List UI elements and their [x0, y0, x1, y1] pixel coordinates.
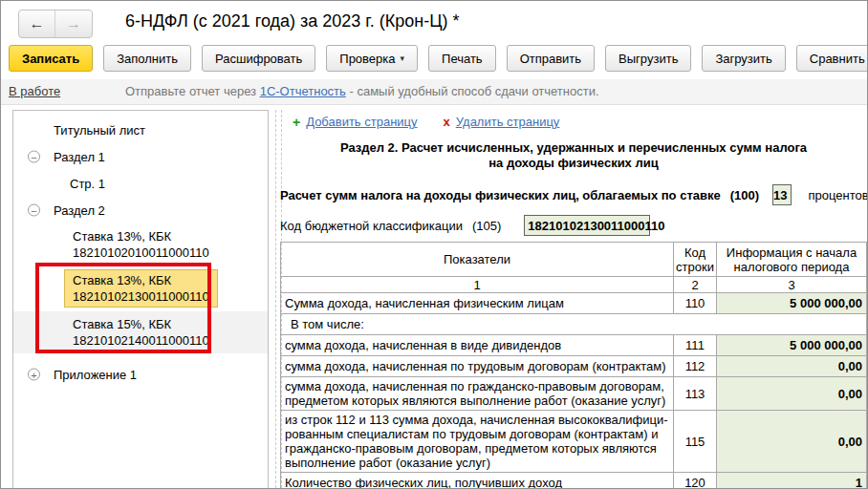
sidebar-item[interactable]: Титульный лист: [13, 117, 268, 143]
report-table: ПоказателиКод строкиИнформация с начала …: [280, 242, 867, 489]
sidebar-item[interactable]: +Приложение 1: [13, 361, 268, 388]
status-bar: В работе Отправьте отчет через 1С-Отчетн…: [1, 79, 867, 105]
forward-arrow-icon: →: [66, 15, 81, 32]
sidebar-item[interactable]: −Раздел 1: [13, 143, 268, 170]
table-column-number-cell: 1: [281, 277, 674, 293]
sidebar-item-label-line: Ставка 13%, КБК: [73, 272, 209, 288]
table-value-cell[interactable]: 0,00: [717, 377, 867, 411]
toolbar-button-сравнить[interactable]: Сравнить: [796, 45, 868, 72]
table-column-number-cell: 3: [717, 277, 867, 293]
sidebar-item[interactable]: Ставка 15%, КБК18210102140011000110: [13, 311, 268, 353]
sidebar-item-label: Ставка 13%, КБК18210102010011000110: [64, 225, 218, 264]
toolbar-button-label: Загрузить: [715, 52, 771, 66]
table-row: Количество физических лиц, получивших до…: [281, 473, 867, 489]
title-bar: ← → 6-НДФЛ (с 2021 года) за 2023 г. (Кро…: [1, 1, 867, 45]
toolbar-button-печать[interactable]: Печать: [428, 45, 496, 72]
toolbar-button-label: Выгрузить: [618, 52, 678, 66]
sidebar-item-label-line: Ставка 15%, КБК: [73, 316, 209, 332]
table-indicator-cell: Количество физических лиц, получивших до…: [281, 473, 674, 489]
toolbar-button-label: Печать: [442, 52, 483, 66]
kbk-row: Код бюджетной классификации (105) 182101…: [280, 215, 867, 236]
table-value-cell[interactable]: 0,00: [717, 356, 867, 377]
sidebar-item[interactable]: Ставка 13%, КБК18210102130011000110: [13, 269, 268, 308]
delete-page-label: Удалить страницу: [456, 115, 560, 129]
table-indicator-cell: Сумма дохода, начисленная физическим лиц…: [281, 293, 674, 314]
toolbar: Записать ЗаполнитьРасшифроватьПроверка▾П…: [9, 45, 868, 77]
kbk-field[interactable]: 18210102130011000110: [524, 215, 650, 236]
table-header-cell: Показатели: [281, 243, 674, 277]
sidebar-item-label: Ставка 13%, КБК18210102130011000110: [64, 269, 218, 308]
toolbar-button-label: Проверка: [339, 52, 395, 66]
toolbar-button-label: Отправить: [520, 52, 581, 66]
sidebar-item-label-line: Ставка 13%, КБК: [73, 228, 209, 244]
page-title: 6-НДФЛ (с 2021 года) за 2023 г. (Крон-Ц)…: [125, 11, 459, 32]
toolbar-button-заполнить[interactable]: Заполнить: [103, 45, 191, 72]
table-row: Сумма дохода, начисленная физическим лиц…: [281, 293, 867, 314]
save-button[interactable]: Записать: [9, 45, 93, 72]
status-message-text: Отправьте отчет через: [125, 84, 260, 98]
1c-reporting-link[interactable]: 1С-Отчетность: [260, 84, 346, 98]
section-2-page: + Добавить страницу x Удалить страницу Р…: [280, 108, 867, 489]
table-line-code-cell: 111: [674, 335, 717, 356]
sidebar-item-label: Приложение 1: [45, 364, 145, 386]
report-table-body: ПоказателиКод строкиИнформация с начала …: [281, 243, 867, 489]
table-header-cell: Информация с начала налогового периода: [717, 243, 867, 277]
toolbar-button-проверка[interactable]: Проверка▾: [326, 45, 418, 72]
status-message: Отправьте отчет через 1С-Отчетность - са…: [125, 84, 599, 98]
sidebar-item[interactable]: Стр. 1: [13, 170, 268, 197]
toolbar-button-label: Расшифровать: [215, 52, 302, 66]
chevron-down-icon: ▾: [401, 53, 405, 63]
collapse-minus-icon[interactable]: −: [28, 151, 40, 163]
sidebar-item-label: Раздел 2: [45, 200, 114, 222]
collapse-minus-icon[interactable]: −: [28, 204, 40, 217]
table-column-number-cell: 2: [674, 277, 717, 293]
tax-rate-line-code: (100): [730, 188, 759, 202]
toolbar-button-выгрузить[interactable]: Выгрузить: [605, 45, 691, 72]
table-value-cell[interactable]: 5 000 000,00: [717, 335, 867, 356]
table-line-code-cell: 110: [674, 293, 717, 314]
plus-icon: +: [293, 115, 300, 130]
table-indicator-cell: сумма дохода, начисленная по трудовым до…: [281, 356, 674, 377]
back-button[interactable]: ←: [19, 11, 55, 37]
table-value-cell[interactable]: 5 000 000,00: [717, 293, 867, 314]
table-indicator-cell: сумма дохода, начисленная в виде дивиден…: [281, 335, 674, 356]
table-line-code-cell: 113: [674, 377, 717, 411]
toolbar-button-отправить[interactable]: Отправить: [507, 45, 595, 72]
toolbar-button-загрузить[interactable]: Загрузить: [702, 45, 785, 72]
sidebar-item-label: Титульный лист: [45, 119, 154, 141]
report-state-link[interactable]: В работе: [9, 84, 60, 98]
nav-button-group: ← →: [18, 10, 93, 38]
sidebar-item-label: Раздел 1: [45, 146, 114, 168]
tax-rate-field[interactable]: 13: [772, 184, 791, 205]
toolbar-button-label: Сравнить: [810, 52, 865, 66]
kbk-line-code: (105): [472, 219, 501, 233]
forward-button[interactable]: →: [55, 11, 92, 37]
toolbar-button-расшифровать[interactable]: Расшифровать: [202, 45, 315, 72]
table-row: В том числе:: [281, 314, 867, 335]
toolbar-button-label: Заполнить: [117, 52, 178, 66]
sidebar-item[interactable]: Ставка 13%, КБК18210102010011000110: [13, 225, 268, 264]
table-line-code-cell: 112: [674, 356, 717, 377]
back-arrow-icon: ←: [30, 15, 45, 32]
sidebar-item[interactable]: −Раздел 2: [13, 197, 268, 223]
tax-rate-label: Расчет сумм налога на доходы физических …: [280, 188, 721, 202]
sidebar-item-label: Стр. 1: [61, 173, 114, 195]
table-header-cell: Код строки: [674, 243, 717, 277]
sidebar-item-label: Ставка 15%, КБК18210102140011000110: [64, 313, 218, 351]
table-row: из строк 112 и 113 сумма дохода, начисле…: [281, 411, 867, 473]
table-indicator-cell: сумма дохода, начисленная по гражданско-…: [281, 377, 674, 411]
table-value-cell[interactable]: 0,00: [717, 411, 867, 473]
app-window: ← → 6-НДФЛ (с 2021 года) за 2023 г. (Кро…: [0, 0, 868, 489]
page-actions: + Добавить страницу x Удалить страницу: [280, 108, 867, 131]
table-header-row: ПоказателиКод строкиИнформация с начала …: [281, 243, 867, 277]
delete-page-link[interactable]: x Удалить страницу: [444, 115, 560, 129]
sidebar-item-label-line: 18210102130011000110: [73, 288, 209, 305]
tax-rate-suffix: процентов: [809, 188, 867, 202]
sidebar-item-label-line: 18210102140011000110: [73, 332, 209, 349]
table-line-code-cell: 120: [674, 473, 717, 489]
expand-plus-icon[interactable]: +: [28, 369, 40, 381]
table-merged-label-cell: В том числе:: [281, 314, 867, 335]
table-value-cell[interactable]: 1: [717, 473, 867, 489]
section-title-line1: Раздел 2. Расчет исчисленных, удержанных…: [280, 140, 867, 156]
add-page-link[interactable]: + Добавить страницу: [293, 115, 418, 130]
